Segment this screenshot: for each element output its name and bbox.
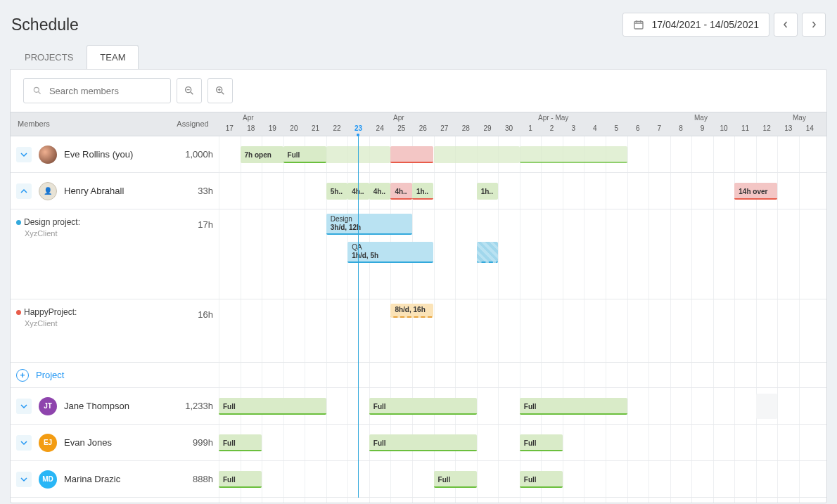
- expand-button[interactable]: [16, 399, 32, 414]
- allocation-bar-full[interactable]: Full: [219, 471, 262, 488]
- allocation-bar-open[interactable]: 7h open: [241, 146, 283, 163]
- timeline-row: Full Full Full: [219, 425, 826, 461]
- member-name: Jane Thompson: [64, 401, 129, 411]
- timeline-header: AprAprApr - MayMayMay 171819202122232425…: [219, 112, 826, 136]
- allocation-bar-full[interactable]: Full: [219, 434, 262, 451]
- allocation-bar[interactable]: 5h..: [326, 183, 348, 200]
- member-row-marina: MD Marina Drazic 888h: [11, 461, 219, 498]
- allocation-bar[interactable]: 4h..: [390, 183, 412, 200]
- day-label: 12: [756, 124, 778, 132]
- tab-projects[interactable]: PROJECTS: [11, 45, 87, 69]
- day-label: 6: [627, 124, 649, 132]
- avatar: MD: [39, 470, 57, 489]
- tab-team[interactable]: TEAM: [87, 45, 139, 69]
- avatar: JT: [39, 397, 57, 415]
- task-bar-qa[interactable]: QA 1h/d, 5h: [347, 242, 433, 263]
- member-row-eve: Eve Rollins (you) 1,000h: [11, 136, 219, 173]
- search-members-box[interactable]: [23, 78, 171, 103]
- next-range-button[interactable]: [802, 13, 826, 37]
- project-name: HappyProject:: [24, 307, 77, 317]
- assigned-hours: 33h: [167, 173, 219, 209]
- add-project-row[interactable]: + Project: [11, 363, 219, 388]
- assigned-hours: 1,000h: [167, 136, 219, 172]
- expand-button[interactable]: [16, 435, 32, 451]
- task-bar-happy[interactable]: 8h/d, 16h: [390, 304, 433, 318]
- avatar: [39, 146, 57, 164]
- search-icon: [32, 85, 42, 96]
- day-label: 2: [541, 124, 563, 132]
- task-bar-qa-pending[interactable]: [477, 242, 499, 263]
- allocation-bar-full[interactable]: Full: [520, 434, 563, 451]
- assigned-hours: 888h: [167, 461, 219, 497]
- client-name: XyzClient: [25, 229, 57, 238]
- chevron-up-icon: [20, 188, 27, 195]
- page-title: Schedule: [11, 15, 79, 34]
- day-label: 17: [219, 124, 241, 132]
- timeline-row: 8h/d, 16h: [219, 299, 826, 363]
- search-input[interactable]: [49, 86, 162, 96]
- day-label: 19: [262, 124, 283, 132]
- member-name: Marina Drazic: [64, 474, 120, 484]
- day-label: 3: [563, 124, 584, 132]
- chevron-down-icon: [20, 439, 27, 446]
- day-label: 22: [326, 124, 348, 132]
- month-label: Apr - May: [538, 114, 568, 122]
- project-row-design: Design project: XyzClient 17h: [11, 209, 219, 299]
- chevron-down-icon: [20, 403, 27, 410]
- member-row-henry: 👤 Henry Abrahall 33h: [11, 173, 219, 209]
- prev-range-button[interactable]: [774, 13, 798, 37]
- day-label: 5: [606, 124, 627, 132]
- zoom-in-button[interactable]: [207, 78, 233, 103]
- day-label: 27: [434, 124, 456, 132]
- allocation-bar[interactable]: 1h..: [477, 183, 499, 200]
- allocation-bar-full[interactable]: Full: [369, 434, 477, 451]
- month-label: Apr: [243, 114, 254, 122]
- allocation-bar-full[interactable]: Full: [520, 471, 563, 488]
- date-range-picker[interactable]: 17/04/2021 - 14/05/2021: [622, 13, 769, 37]
- allocation-bar[interactable]: 4h..: [369, 183, 391, 200]
- expand-button[interactable]: [16, 472, 32, 487]
- allocation-bar-full[interactable]: Full: [520, 398, 627, 415]
- day-label: 21: [305, 124, 326, 132]
- day-label: 23: [347, 124, 369, 132]
- allocation-bar-full[interactable]: Full: [219, 398, 326, 415]
- allocation-bar-full[interactable]: Full: [434, 471, 477, 488]
- project-row-happy: HappyProject: XyzClient 16h: [11, 299, 219, 363]
- allocation-bar[interactable]: [434, 146, 520, 163]
- zoom-in-icon: [215, 85, 226, 96]
- day-label: 13: [777, 124, 799, 132]
- allocation-bar-over[interactable]: [390, 146, 433, 163]
- day-label: 9: [691, 124, 713, 132]
- expand-button[interactable]: [16, 147, 32, 162]
- add-project-label: Project: [36, 370, 64, 380]
- project-name: Design project:: [24, 217, 80, 227]
- timeline-row: 7h open Full: [219, 136, 826, 173]
- collapse-button[interactable]: [16, 183, 32, 199]
- today-line: [358, 136, 359, 498]
- task-bar-design[interactable]: Design 3h/d, 12h: [326, 214, 412, 235]
- assigned-hours: 1,233h: [167, 388, 219, 424]
- grid-header-left: Members Assigned: [11, 112, 219, 136]
- allocation-bar-full[interactable]: Full: [283, 146, 326, 163]
- day-label: 8: [670, 124, 692, 132]
- day-label: 29: [477, 124, 499, 132]
- day-label: 24: [369, 124, 391, 132]
- month-label: Apr: [393, 114, 404, 122]
- allocation-bar-full[interactable]: Full: [369, 398, 477, 415]
- day-label: 30: [498, 124, 520, 132]
- member-row-evan: EJ Evan Jones 999h: [11, 425, 219, 461]
- timeline-row: [219, 363, 826, 388]
- avatar: 👤: [39, 182, 57, 200]
- day-label: 10: [713, 124, 735, 132]
- calendar-icon: [633, 19, 644, 30]
- schedule-panel: Members Assigned Eve Rollins (you) 1,000…: [10, 69, 827, 503]
- allocation-bar[interactable]: 1h..: [412, 183, 434, 200]
- client-name: XyzClient: [25, 319, 57, 328]
- day-label: 11: [734, 124, 756, 132]
- timeline-row: 5h.. 4h.. 4h.. 4h.. 1h.. 1h.. 14h over: [219, 173, 826, 209]
- allocation-bar-over[interactable]: 14h over: [734, 183, 777, 200]
- project-color-dot: [16, 310, 21, 315]
- zoom-out-button[interactable]: [177, 78, 202, 103]
- day-label: 1: [520, 124, 542, 132]
- allocation-bar[interactable]: [520, 146, 627, 163]
